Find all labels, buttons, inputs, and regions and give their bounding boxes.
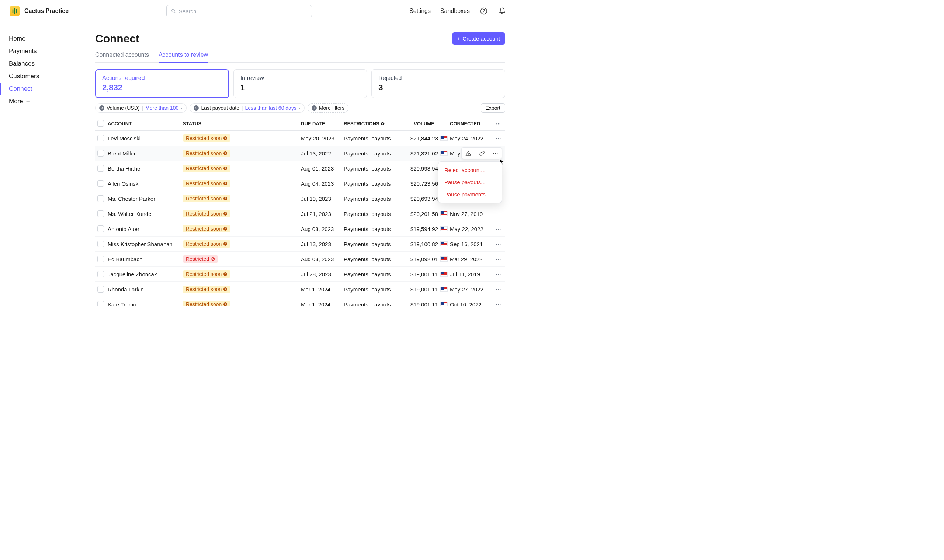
- row-checkbox[interactable]: [97, 150, 104, 157]
- restrictions: Payments, payouts: [344, 302, 401, 306]
- row-checkbox[interactable]: [97, 271, 104, 277]
- select-all-checkbox[interactable]: [97, 120, 104, 127]
- row-menu-button[interactable]: ⋯: [493, 210, 504, 217]
- clock-icon: [223, 302, 228, 306]
- export-button[interactable]: Export: [481, 103, 505, 113]
- restrictions: Payments, payouts: [344, 241, 401, 247]
- row-checkbox[interactable]: [97, 195, 104, 202]
- col-connected[interactable]: CONNECTED: [450, 121, 493, 126]
- restrictions: Payments, payouts: [344, 165, 401, 172]
- row-checkbox[interactable]: [97, 180, 104, 187]
- row-checkbox[interactable]: [97, 301, 104, 306]
- row-checkbox[interactable]: [97, 256, 104, 262]
- restrictions: Payments, payouts: [344, 286, 401, 292]
- plus-icon: +: [312, 105, 317, 111]
- clock-icon: [223, 272, 228, 276]
- connected-date: Nov 27, 2019: [450, 211, 493, 217]
- sidebar: Home Payments Balances Customers Connect…: [0, 22, 90, 306]
- sidebar-item-balances[interactable]: Balances: [0, 57, 90, 70]
- nav-sandboxes[interactable]: Sandboxes: [440, 8, 470, 14]
- row-menu-button[interactable]: ⋯: [493, 135, 504, 142]
- due-date: May 20, 2023: [301, 135, 344, 142]
- search-input[interactable]: [166, 5, 312, 17]
- plus-icon: +: [26, 98, 30, 105]
- nav-settings[interactable]: Settings: [409, 8, 431, 14]
- card-rejected[interactable]: Rejected 3: [371, 69, 505, 98]
- row-menu-button[interactable]: ⋯: [493, 226, 504, 232]
- alert-button[interactable]: [462, 148, 475, 159]
- tab-connected-accounts[interactable]: Connected accounts: [95, 48, 149, 62]
- volume: $21,321.02: [401, 150, 438, 157]
- volume: $20,693.94: [401, 195, 438, 202]
- row-checkbox[interactable]: [97, 241, 104, 247]
- table-row[interactable]: Kate Tromp Restricted soon Mar 1, 2024 P…: [95, 297, 505, 306]
- sidebar-item-payments[interactable]: Payments: [0, 45, 90, 57]
- brand-name: Cactus Practice: [24, 8, 69, 14]
- sidebar-item-customers[interactable]: Customers: [0, 70, 90, 83]
- row-menu-button[interactable]: ⋯: [493, 286, 504, 292]
- create-account-button[interactable]: + Create account: [452, 32, 506, 45]
- table-row[interactable]: Brent Miller Restricted soon Jul 13, 202…: [95, 146, 505, 161]
- sidebar-item-home[interactable]: Home: [0, 32, 90, 45]
- card-actions-required[interactable]: Actions required 2,832: [95, 69, 229, 98]
- col-volume[interactable]: VOLUME ↓: [401, 121, 438, 126]
- clock-icon: [223, 166, 228, 171]
- filter-volume[interactable]: × Volume (USD) | More than 100 ▾: [95, 103, 187, 113]
- card-label: In review: [241, 75, 360, 82]
- col-status[interactable]: STATUS: [183, 121, 301, 126]
- restrictions: Payments, payouts: [344, 271, 401, 277]
- table-row[interactable]: Rhonda Larkin Restricted soon Mar 1, 202…: [95, 282, 505, 297]
- us-flag-icon: [440, 241, 448, 246]
- remove-icon[interactable]: ×: [194, 105, 199, 111]
- svg-line-1: [174, 12, 175, 13]
- more-filters[interactable]: + More filters: [307, 103, 349, 113]
- volume: $20,201.58: [401, 211, 438, 217]
- row-checkbox[interactable]: [97, 165, 104, 172]
- row-checkbox[interactable]: [97, 286, 104, 292]
- row-checkbox[interactable]: [97, 135, 104, 142]
- table-row[interactable]: Levi Mosciski Restricted soon May 20, 20…: [95, 131, 505, 146]
- remove-icon[interactable]: ×: [99, 105, 104, 111]
- row-menu-button[interactable]: ⋯: [493, 271, 504, 277]
- card-in-review[interactable]: In review 1: [233, 69, 367, 98]
- row-menu-button[interactable]: ⋯: [489, 148, 502, 159]
- more-icon[interactable]: ⋯: [493, 121, 504, 126]
- due-date: Jul 13, 2023: [301, 241, 344, 247]
- col-due[interactable]: DUE DATE: [301, 121, 344, 126]
- connected-date: Jul 11, 2019: [450, 271, 493, 277]
- help-icon[interactable]: [480, 7, 488, 15]
- table-row[interactable]: Jacqueline Zboncak Restricted soon Jul 2…: [95, 267, 505, 282]
- card-value: 2,832: [102, 83, 222, 92]
- col-restrictions[interactable]: RESTRICTIONS ✿: [344, 121, 401, 126]
- volume: $19,001.11: [401, 302, 438, 306]
- table-row[interactable]: Miss Kristopher Shanahan Restricted soon…: [95, 237, 505, 252]
- row-menu-button[interactable]: ⋯: [493, 256, 504, 262]
- row-checkbox[interactable]: [97, 226, 104, 232]
- table-row[interactable]: Ed Baumbach Restricted Aug 03, 2023 Paym…: [95, 252, 505, 267]
- reject-account-item[interactable]: Reject account...: [438, 164, 502, 176]
- bell-icon[interactable]: [498, 7, 507, 15]
- restrictions: Payments, payouts: [344, 256, 401, 262]
- row-checkbox[interactable]: [97, 210, 104, 217]
- chevron-down-icon: ▾: [299, 106, 301, 110]
- pause-payments-item[interactable]: Pause payments...: [438, 188, 502, 200]
- tab-accounts-to-review[interactable]: Accounts to review: [159, 48, 208, 63]
- filter-payout-date[interactable]: × Last payout date | Less than last 60 d…: [190, 103, 304, 113]
- row-menu-button[interactable]: ⋯: [493, 301, 504, 306]
- account-name: Bertha Hirthe: [108, 165, 183, 172]
- pause-payouts-item[interactable]: Pause payouts...: [438, 176, 502, 188]
- row-actions-dropdown: Reject account... Pause payouts... Pause…: [438, 162, 502, 203]
- table-row[interactable]: Antonio Auer Restricted soon Aug 03, 202…: [95, 222, 505, 237]
- table-row[interactable]: Ms. Walter Kunde Restricted soon Jul 21,…: [95, 206, 505, 222]
- due-date: Aug 03, 2023: [301, 226, 344, 232]
- status-badge: Restricted soon: [183, 165, 230, 172]
- due-date: Mar 1, 2024: [301, 302, 344, 306]
- sidebar-item-more[interactable]: More+: [0, 95, 90, 108]
- sort-desc-icon: ↓: [436, 121, 438, 126]
- clock-icon: [223, 181, 228, 186]
- accounts-table: ACCOUNT STATUS DUE DATE RESTRICTIONS ✿ V…: [95, 117, 505, 306]
- col-account[interactable]: ACCOUNT: [108, 121, 183, 126]
- row-menu-button[interactable]: ⋯: [493, 241, 504, 247]
- sidebar-item-connect[interactable]: Connect: [0, 83, 90, 95]
- copy-link-button[interactable]: [475, 148, 489, 159]
